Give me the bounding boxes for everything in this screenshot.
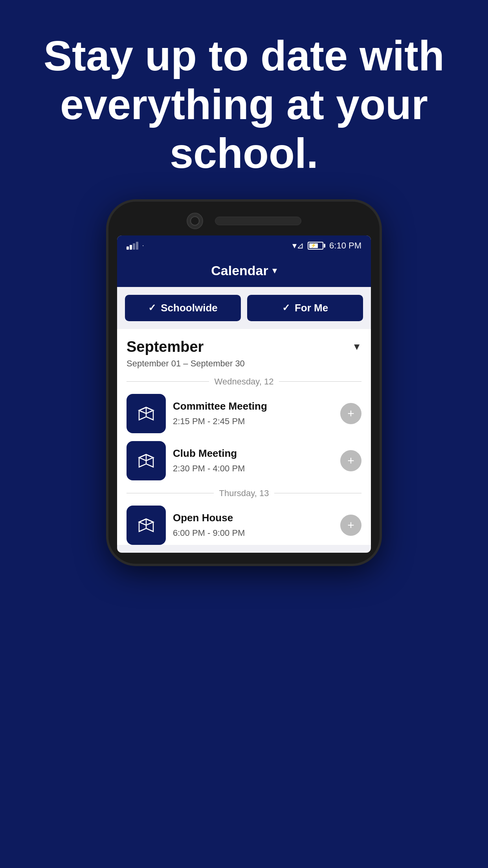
status-time: 6:10 PM <box>329 241 361 251</box>
signal-area: · <box>127 242 144 250</box>
divider-line-left-2 <box>127 493 214 493</box>
event-time-open-house: 6:00 PM - 9:00 PM <box>173 528 333 538</box>
add-event-button-open-house[interactable]: + <box>340 515 361 536</box>
plus-icon-3: + <box>347 519 354 531</box>
divider-line-left <box>127 381 209 382</box>
day-divider-wed: Wednesday, 12 <box>127 377 361 387</box>
phone-body: · ▾⊿ ⚡ 6:10 PM C <box>108 202 380 564</box>
carrier-dot: · <box>142 242 144 249</box>
divider-line-right <box>279 381 361 382</box>
for-me-filter-label: For Me <box>295 302 328 314</box>
schoolwide-check-icon: ✓ <box>148 302 156 313</box>
event-time-committee-meeting: 2:15 PM - 2:45 PM <box>173 416 333 427</box>
month-dropdown-icon[interactable]: ▼ <box>352 341 361 352</box>
add-event-button-committee-meeting[interactable]: + <box>340 403 361 424</box>
status-bar: · ▾⊿ ⚡ 6:10 PM <box>117 235 371 256</box>
status-right: ▾⊿ ⚡ 6:10 PM <box>292 241 361 251</box>
battery-icon: ⚡ <box>308 242 325 250</box>
add-event-button-club-meeting[interactable]: + <box>340 450 361 471</box>
event-details-club-meeting: Club Meeting 2:30 PM - 4:00 PM <box>173 447 333 474</box>
book-icon-3 <box>135 514 157 536</box>
event-details-open-house: Open House 6:00 PM - 9:00 PM <box>173 512 333 538</box>
book-icon <box>135 403 157 425</box>
schoolwide-filter-button[interactable]: ✓ Schoolwide <box>125 295 241 321</box>
event-title-club-meeting: Club Meeting <box>173 447 333 460</box>
plus-icon: + <box>347 408 354 419</box>
chevron-down-icon: ▾ <box>272 265 277 276</box>
event-item-open-house: Open House 6:00 PM - 9:00 PM + <box>127 506 361 545</box>
event-icon-committee-meeting <box>127 394 166 433</box>
event-item-committee-meeting: Committee Meeting 2:15 PM - 2:45 PM + <box>127 394 361 433</box>
wifi-icon: ▾⊿ <box>292 241 304 251</box>
phone-screen: · ▾⊿ ⚡ 6:10 PM C <box>117 235 371 553</box>
event-icon-club-meeting <box>127 441 166 480</box>
book-icon-2 <box>135 450 157 472</box>
phone-camera <box>187 213 203 229</box>
event-item-club-meeting: Club Meeting 2:30 PM - 4:00 PM + <box>127 441 361 480</box>
event-time-club-meeting: 2:30 PM - 4:00 PM <box>173 463 333 474</box>
signal-bars <box>127 242 138 250</box>
plus-icon-2: + <box>347 455 354 467</box>
month-title: September <box>127 338 204 355</box>
month-range: September 01 – September 30 <box>127 359 361 369</box>
app-header[interactable]: Calendar ▾ <box>117 256 371 287</box>
phone-top-hardware <box>117 213 371 229</box>
day-label-thu: Thursday, 13 <box>219 488 269 498</box>
phone-speaker <box>215 217 301 225</box>
event-details-committee-meeting: Committee Meeting 2:15 PM - 2:45 PM <box>173 400 333 427</box>
phone-mockup: · ▾⊿ ⚡ 6:10 PM C <box>0 202 488 868</box>
event-title-open-house: Open House <box>173 512 333 524</box>
for-me-filter-button[interactable]: ✓ For Me <box>247 295 363 321</box>
day-divider-thu: Thursday, 13 <box>127 488 361 498</box>
divider-line-right-2 <box>274 493 361 493</box>
filter-bar: ✓ Schoolwide ✓ For Me <box>117 287 371 329</box>
app-title: Calendar <box>211 263 268 278</box>
event-icon-open-house <box>127 506 166 545</box>
event-title-committee-meeting: Committee Meeting <box>173 400 333 412</box>
schoolwide-filter-label: Schoolwide <box>161 302 217 314</box>
hero-heading: Stay up to date with everything at your … <box>0 0 488 202</box>
for-me-check-icon: ✓ <box>282 302 290 313</box>
calendar-content: September ▼ September 01 – September 30 … <box>117 329 371 545</box>
month-header[interactable]: September ▼ <box>127 338 361 355</box>
day-label-wed: Wednesday, 12 <box>215 377 274 387</box>
